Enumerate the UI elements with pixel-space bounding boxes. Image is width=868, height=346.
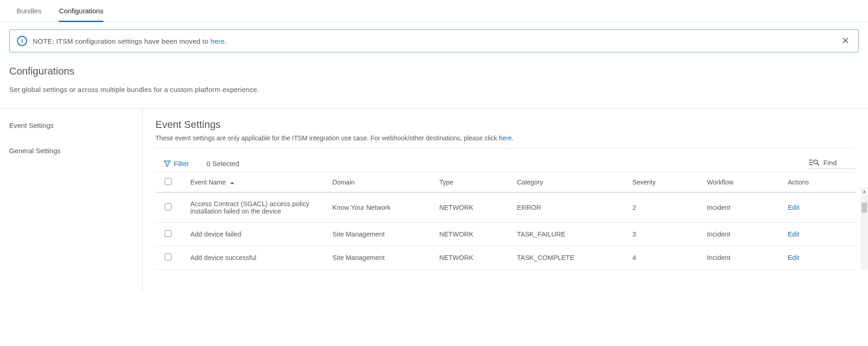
scroll-up-icon[interactable]: ▲ bbox=[861, 188, 868, 194]
page-subtitle: Set global settings or across multiple b… bbox=[9, 86, 859, 93]
sidebar-item-event-settings[interactable]: Event Settings bbox=[0, 118, 142, 133]
table-wrapper: Event Name Domain Type Category Severity… bbox=[155, 172, 868, 270]
filter-button[interactable]: Filter bbox=[160, 157, 193, 170]
sidebar-item-general-settings[interactable]: General Settings bbox=[0, 143, 142, 158]
cell-severity: 4 bbox=[628, 246, 702, 270]
main-panel: Event Settings These event settings are … bbox=[143, 109, 868, 292]
table-row: Add device successfulSite ManagementNETW… bbox=[155, 246, 856, 270]
section-sub-link[interactable]: here bbox=[499, 134, 512, 142]
cell-domain: Site Management bbox=[328, 223, 434, 246]
tab-configurations[interactable]: Configurations bbox=[59, 0, 103, 22]
cell-domain: Site Management bbox=[328, 246, 434, 270]
divider bbox=[155, 148, 855, 149]
info-icon: i bbox=[17, 36, 27, 46]
find-icon bbox=[809, 158, 820, 167]
find-button[interactable]: Find bbox=[809, 158, 855, 169]
col-header-checkbox bbox=[155, 173, 186, 193]
events-table: Event Name Domain Type Category Severity… bbox=[155, 172, 856, 270]
top-tabs: Bundles Configurations bbox=[0, 0, 868, 22]
close-icon[interactable] bbox=[840, 36, 851, 46]
section-subtitle: These event settings are only applicable… bbox=[155, 134, 868, 142]
cell-type: NETWORK bbox=[434, 246, 512, 270]
info-banner-text: NOTE: ITSM configuration settings have b… bbox=[33, 37, 834, 45]
page-title: Configurations bbox=[9, 65, 859, 77]
col-header-severity[interactable]: Severity bbox=[628, 173, 702, 193]
info-banner-link[interactable]: here. bbox=[211, 37, 227, 45]
selected-count: 0 Selected bbox=[206, 160, 239, 167]
col-header-type[interactable]: Type bbox=[434, 173, 512, 193]
cell-event-name: Add device successful bbox=[186, 246, 328, 270]
vertical-scrollbar[interactable]: ▲ bbox=[861, 188, 868, 270]
table-toolbar: Filter 0 Selected Find bbox=[155, 153, 868, 172]
col-header-workflow[interactable]: Workflow bbox=[702, 173, 783, 193]
find-label: Find bbox=[823, 159, 837, 167]
edit-link[interactable]: Edit bbox=[788, 204, 799, 211]
table-row: Access Contract (SGACL) access policy in… bbox=[155, 192, 856, 223]
sidebar: Event Settings General Settings bbox=[0, 109, 143, 292]
table-row: Add device failedSite ManagementNETWORKT… bbox=[155, 223, 856, 246]
cell-severity: 3 bbox=[628, 223, 702, 246]
cell-workflow: Incident bbox=[702, 192, 783, 223]
edit-link[interactable]: Edit bbox=[788, 231, 799, 238]
cell-workflow: Incident bbox=[702, 223, 783, 246]
cell-category: ERROR bbox=[512, 192, 628, 223]
section-title: Event Settings bbox=[155, 119, 868, 131]
col-header-domain[interactable]: Domain bbox=[328, 173, 434, 193]
row-checkbox[interactable] bbox=[165, 203, 171, 210]
cell-type: NETWORK bbox=[434, 192, 512, 223]
col-header-event-name-label: Event Name bbox=[190, 179, 226, 186]
filter-icon bbox=[164, 161, 171, 167]
sort-asc-icon bbox=[230, 182, 234, 184]
row-checkbox[interactable] bbox=[165, 254, 171, 260]
tab-bundles[interactable]: Bundles bbox=[17, 0, 41, 22]
cell-type: NETWORK bbox=[434, 223, 512, 246]
page-header: Configurations Set global settings or ac… bbox=[0, 52, 868, 99]
cell-event-name: Add device failed bbox=[186, 223, 328, 246]
section-sub-suffix: . bbox=[512, 134, 514, 142]
col-header-event-name[interactable]: Event Name bbox=[186, 173, 328, 193]
edit-link[interactable]: Edit bbox=[788, 254, 799, 261]
scroll-thumb[interactable] bbox=[862, 202, 867, 213]
cell-category: TASK_FAILURE bbox=[512, 223, 628, 246]
col-header-actions: Actions bbox=[783, 173, 856, 193]
info-banner-prefix: NOTE: ITSM configuration settings have b… bbox=[33, 37, 211, 45]
cell-domain: Know Your Network bbox=[328, 192, 434, 223]
section-sub-prefix: These event settings are only applicable… bbox=[155, 134, 499, 142]
cell-category: TASK_COMPLETE bbox=[512, 246, 628, 270]
cell-workflow: Incident bbox=[702, 246, 783, 270]
info-banner: i NOTE: ITSM configuration settings have… bbox=[9, 29, 859, 52]
filter-label: Filter bbox=[174, 160, 189, 167]
select-all-checkbox[interactable] bbox=[165, 178, 171, 185]
col-header-category[interactable]: Category bbox=[512, 173, 628, 193]
row-checkbox[interactable] bbox=[165, 230, 171, 237]
cell-severity: 2 bbox=[628, 192, 702, 223]
cell-event-name: Access Contract (SGACL) access policy in… bbox=[186, 192, 328, 223]
